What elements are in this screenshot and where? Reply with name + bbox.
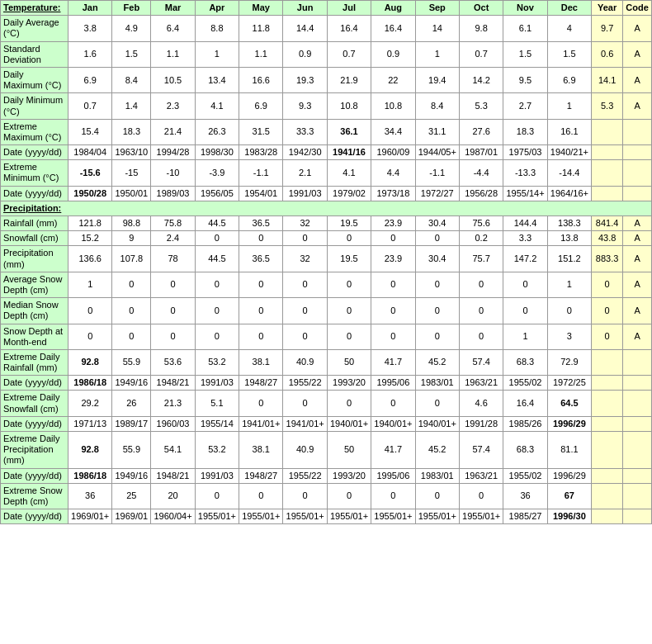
table-row: Average Snow Depth (cm)1000000000010A — [1, 272, 652, 297]
data-cell: 3 — [547, 324, 591, 349]
data-cell: 57.4 — [459, 432, 503, 469]
data-cell: 0 — [415, 483, 459, 509]
data-cell: 1989/17 — [112, 416, 151, 431]
data-cell: 0 — [239, 391, 283, 416]
data-cell: 1955/14 — [195, 416, 239, 431]
data-cell: A — [623, 16, 652, 41]
data-cell: 1993/20 — [327, 376, 371, 391]
data-cell — [623, 509, 652, 524]
data-cell: 1 — [195, 41, 239, 67]
data-cell: 0 — [239, 272, 283, 297]
data-cell: 9 — [112, 231, 151, 246]
data-cell: -10 — [151, 160, 195, 186]
data-cell: 36.5 — [239, 246, 283, 272]
data-cell: A — [623, 216, 652, 231]
data-cell: 54.1 — [151, 432, 195, 469]
data-cell: 81.1 — [547, 432, 591, 469]
data-cell — [592, 349, 623, 375]
data-cell — [592, 416, 623, 431]
data-cell: 0 — [371, 483, 415, 509]
data-cell: 11.8 — [239, 16, 283, 41]
data-cell: 5.3 — [459, 93, 503, 119]
data-cell: 5.1 — [195, 391, 239, 416]
data-cell: 13.4 — [195, 67, 239, 92]
data-cell: 1954/01 — [239, 186, 283, 201]
data-cell: 18.3 — [112, 119, 151, 144]
row-label-19: Extreme Daily Precipitation (mm) — [1, 432, 69, 469]
data-cell: 64.5 — [547, 391, 591, 416]
month-header-jul: Jul — [327, 1, 371, 16]
data-cell: 0 — [327, 298, 371, 324]
data-cell: 1991/03 — [283, 186, 327, 201]
data-cell: 1955/01+ — [239, 509, 283, 524]
data-cell: 10.8 — [371, 93, 415, 119]
data-cell: 1948/27 — [239, 376, 283, 391]
month-header-mar: Mar — [151, 1, 195, 16]
data-cell: 1986/18 — [69, 376, 112, 391]
data-cell: 1996/30 — [547, 509, 591, 524]
data-cell: 0 — [69, 298, 112, 324]
data-cell: 1944/05+ — [415, 145, 459, 160]
data-cell: 0 — [327, 324, 371, 349]
data-cell: 2.1 — [283, 160, 327, 186]
data-cell: 4.4 — [371, 160, 415, 186]
data-cell: 55.9 — [112, 349, 151, 375]
data-cell: 0 — [327, 231, 371, 246]
data-cell: 1983/01 — [415, 376, 459, 391]
data-cell — [623, 160, 652, 186]
table-row: Extreme Minimum (°C)-15.6-15-10-3.9-1.12… — [1, 160, 652, 186]
data-cell — [623, 416, 652, 431]
data-cell: 1963/21 — [459, 376, 503, 391]
data-cell: A — [623, 67, 652, 92]
data-cell: 6.9 — [547, 67, 591, 92]
temperature-section-label: Temperature: — [3, 2, 60, 12]
data-cell: 2.7 — [503, 93, 547, 119]
data-cell: 14.1 — [592, 67, 623, 92]
data-cell: 1960/09 — [371, 145, 415, 160]
data-cell: 50 — [327, 349, 371, 375]
data-cell: 1991/03 — [195, 376, 239, 391]
table-row: Snowfall (cm)15.292.40000000.23.313.843.… — [1, 231, 652, 246]
data-cell: 6.1 — [503, 16, 547, 41]
data-cell: 0 — [151, 324, 195, 349]
data-cell: -14.4 — [547, 160, 591, 186]
data-cell: 9.7 — [592, 16, 623, 41]
data-cell: -4.4 — [459, 160, 503, 186]
data-cell: 0 — [195, 231, 239, 246]
table-row: Precipitation: — [1, 201, 652, 215]
data-cell: A — [623, 231, 652, 246]
data-cell: 2.4 — [151, 231, 195, 246]
row-label-6: Extreme Minimum (°C) — [1, 160, 69, 186]
data-cell: 1955/14+ — [503, 186, 547, 201]
data-cell — [592, 376, 623, 391]
data-cell: 1941/16 — [327, 145, 371, 160]
data-cell: 0 — [151, 272, 195, 297]
data-cell: 1989/03 — [151, 186, 195, 201]
data-cell: 4 — [547, 16, 591, 41]
data-cell: 0 — [371, 391, 415, 416]
data-cell: 1955/22 — [283, 376, 327, 391]
data-cell: 1948/27 — [239, 468, 283, 483]
data-cell: 4.1 — [195, 93, 239, 119]
table-row: Extreme Maximum (°C)15.418.321.426.331.5… — [1, 119, 652, 144]
data-cell: 0 — [283, 324, 327, 349]
data-cell: 10.5 — [151, 67, 195, 92]
data-cell: 0 — [415, 231, 459, 246]
data-cell: -15.6 — [69, 160, 112, 186]
data-cell — [623, 432, 652, 469]
data-cell: 5.3 — [592, 93, 623, 119]
data-cell: 1985/26 — [503, 416, 547, 431]
data-cell: 1993/20 — [327, 468, 371, 483]
data-cell: 1950/01 — [112, 186, 151, 201]
data-cell: 0 — [459, 272, 503, 297]
row-label-18: Date (yyyy/dd) — [1, 416, 69, 431]
data-cell: 0.9 — [371, 41, 415, 67]
data-cell: 841.4 — [592, 216, 623, 231]
data-cell: -13.3 — [503, 160, 547, 186]
row-label-16: Date (yyyy/dd) — [1, 376, 69, 391]
data-cell: 1996/29 — [547, 416, 591, 431]
data-cell: 1998/30 — [195, 145, 239, 160]
data-cell: 1994/28 — [151, 145, 195, 160]
data-cell: 8.4 — [112, 67, 151, 92]
data-cell: 50 — [327, 432, 371, 469]
